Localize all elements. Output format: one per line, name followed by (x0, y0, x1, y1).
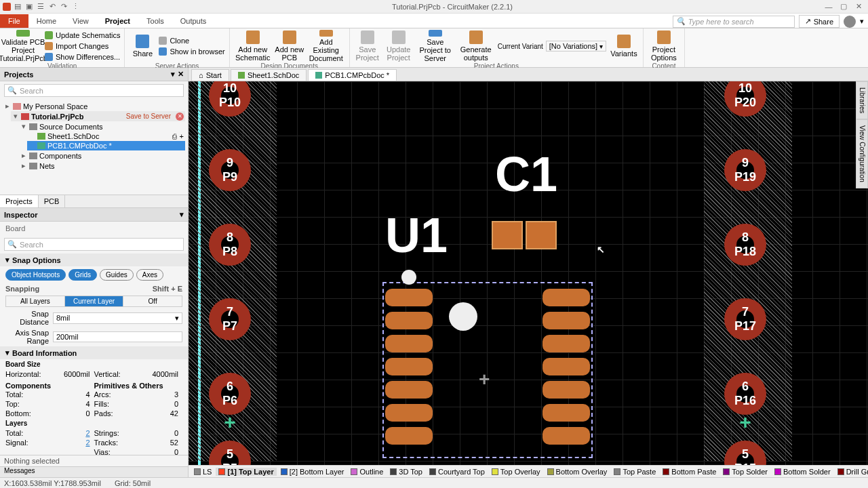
smd-pad[interactable] (385, 381, 433, 399)
doc-add-icon[interactable]: + (180, 132, 184, 140)
ribbon-tab-project[interactable]: Project (97, 14, 138, 28)
layer-tab[interactable]: Drill Guide (835, 468, 868, 476)
ribbon-tab-home[interactable]: Home (28, 14, 64, 28)
through-hole-pad[interactable]: 7P17 (724, 298, 766, 340)
layer-tab[interactable]: Courtyard Top (427, 468, 488, 476)
layer-tab[interactable]: 3D Top (387, 468, 425, 476)
layer-tab[interactable]: [1] Top Layer (216, 468, 276, 476)
through-hole-pad[interactable]: 7P7 (209, 298, 251, 340)
inspector-search-input[interactable]: 🔍Search (4, 238, 184, 251)
import-changes-button[interactable]: Import Changes (45, 41, 120, 52)
smd-pad[interactable] (542, 312, 590, 329)
panel-tab-pcb[interactable]: PCB (39, 195, 66, 207)
ribbon-tab-tools[interactable]: Tools (138, 14, 172, 28)
project-options-button[interactable]: Project Options (648, 30, 680, 62)
ribbon-tab-file[interactable]: File (0, 14, 28, 28)
show-in-browser-button[interactable]: Show in browser (159, 47, 224, 57)
update-schematics-button[interactable]: Update Schematics (45, 30, 120, 41)
qat-print-icon[interactable]: ☰ (36, 2, 45, 12)
layer-tab[interactable]: LS (191, 468, 214, 476)
pin-icon[interactable]: ▾ (171, 70, 175, 79)
board-info-section[interactable]: ▾Board Information (0, 346, 188, 359)
qat-open-icon[interactable]: ▣ (24, 2, 34, 12)
qat-more-icon[interactable]: ⋮ (71, 2, 80, 12)
doc-tab-pcb[interactable]: PCB1.CMPcbDoc * (308, 69, 397, 81)
smd-pad[interactable] (542, 381, 590, 399)
layer-tab[interactable]: Bottom Paste (660, 468, 719, 476)
ribbon-share-button[interactable]: ↗Share (799, 15, 840, 28)
save-project-button[interactable]: Save Project (354, 30, 381, 62)
add-pcb-button[interactable]: Add new PCB (275, 30, 304, 62)
snap-distance-input[interactable]: 8mil▾ (53, 312, 182, 324)
qat-undo-icon[interactable]: ↶ (47, 2, 57, 12)
smd-pad[interactable] (385, 312, 433, 329)
through-hole-pad[interactable]: 6P16 (724, 373, 766, 415)
inspector-chevron-icon[interactable]: ▾ (180, 210, 184, 219)
smd-pad[interactable] (385, 289, 433, 306)
layer-tab[interactable]: Bottom Solder (772, 468, 833, 476)
through-hole-pad[interactable]: 6P6 (209, 373, 251, 415)
layer-tab[interactable]: Bottom Overlay (545, 468, 610, 476)
smd-pad[interactable] (542, 404, 590, 422)
share-project-button[interactable]: Share (129, 30, 156, 62)
save-close-icon[interactable]: ✕ (176, 113, 184, 121)
pill-guides[interactable]: Guides (100, 269, 134, 281)
tree-source-docs[interactable]: ▾Source Documents (19, 121, 185, 131)
tree-sheet-doc[interactable]: Sheet1.SchDoc⎙+ (27, 131, 185, 141)
doc-tab-sheet[interactable]: Sheet1.SchDoc (231, 69, 307, 81)
qat-redo-icon[interactable]: ↷ (59, 2, 68, 12)
layer-tab[interactable]: [2] Bottom Layer (278, 468, 347, 476)
smd-pad[interactable] (385, 358, 433, 375)
tree-nets[interactable]: ▸Nets (19, 161, 185, 171)
smd-pad[interactable] (526, 221, 557, 249)
ribbon-tab-view[interactable]: View (64, 14, 97, 28)
side-tab-view-config[interactable]: View Configuration (856, 119, 868, 188)
close-button[interactable]: ✕ (852, 1, 865, 12)
through-hole-pad[interactable]: 8P8 (209, 224, 251, 266)
seg-all-layers[interactable]: All Layers (6, 296, 65, 306)
variants-button[interactable]: Variants (609, 30, 639, 62)
show-differences-button[interactable]: Show Differences... (45, 52, 120, 62)
generate-outputs-button[interactable]: Generate outputs (457, 30, 495, 62)
qat-save-icon[interactable]: ▤ (13, 2, 22, 12)
smd-pad[interactable] (492, 221, 523, 249)
through-hole-pad[interactable]: 9P9 (209, 149, 251, 191)
doc-edit-icon[interactable]: ⎙ (172, 132, 177, 140)
ribbon-search-input[interactable]: 🔍Type here to search (673, 16, 795, 28)
through-hole-pad[interactable]: 8P18 (724, 224, 766, 266)
tree-root[interactable]: ▸My Personal Space (3, 101, 185, 111)
pcb-canvas[interactable]: 10P109P98P87P76P65P5 10P209P198P187P176P… (189, 81, 868, 465)
smd-pad[interactable] (542, 335, 590, 352)
snap-mode-segment[interactable]: All Layers Current Layer Off (5, 296, 182, 307)
pill-axes[interactable]: Axes (136, 269, 163, 281)
update-project-button[interactable]: Update Project (384, 30, 414, 62)
seg-current-layer[interactable]: Current Layer (65, 296, 124, 306)
snap-options-section[interactable]: ▾Snap Options (0, 253, 188, 266)
smd-pad[interactable] (385, 335, 433, 352)
seg-off[interactable]: Off (123, 296, 182, 306)
tree-components[interactable]: ▸Components (19, 150, 185, 161)
add-existing-button[interactable]: Add Existing Document (307, 30, 345, 62)
layer-tab[interactable]: Outline (348, 468, 386, 476)
add-schematic-button[interactable]: Add new Schematic (234, 30, 272, 62)
projects-search-input[interactable]: 🔍Search (4, 84, 184, 97)
smd-pad[interactable] (542, 427, 590, 445)
validate-project-button[interactable]: Validate PCB Project Tutorial.PrjPcb (4, 30, 42, 62)
layer-tab[interactable]: Top Solder (720, 468, 770, 476)
smd-pad[interactable] (385, 404, 433, 422)
save-to-server-button[interactable]: Save Project to Server (416, 30, 454, 62)
save-to-server-link[interactable]: Save to Server (126, 113, 171, 120)
smd-pad[interactable] (385, 427, 433, 445)
panel-close-icon[interactable]: ✕ (178, 70, 184, 79)
pill-object-hotspots[interactable]: Object Hotspots (5, 269, 66, 281)
messages-tab[interactable]: Messages (0, 466, 188, 477)
clone-button[interactable]: Clone (159, 36, 224, 46)
maximize-button[interactable]: ▢ (837, 1, 850, 12)
user-menu-chevron[interactable]: ▾ (860, 17, 864, 26)
axis-range-input[interactable]: 200mil (53, 331, 182, 342)
layer-tab[interactable]: Top Overlay (489, 468, 543, 476)
user-avatar[interactable] (844, 16, 856, 28)
smd-pad[interactable] (542, 358, 590, 375)
doc-tab-start[interactable]: ⌂Start (191, 69, 229, 81)
ribbon-tab-outputs[interactable]: Outputs (172, 14, 215, 28)
